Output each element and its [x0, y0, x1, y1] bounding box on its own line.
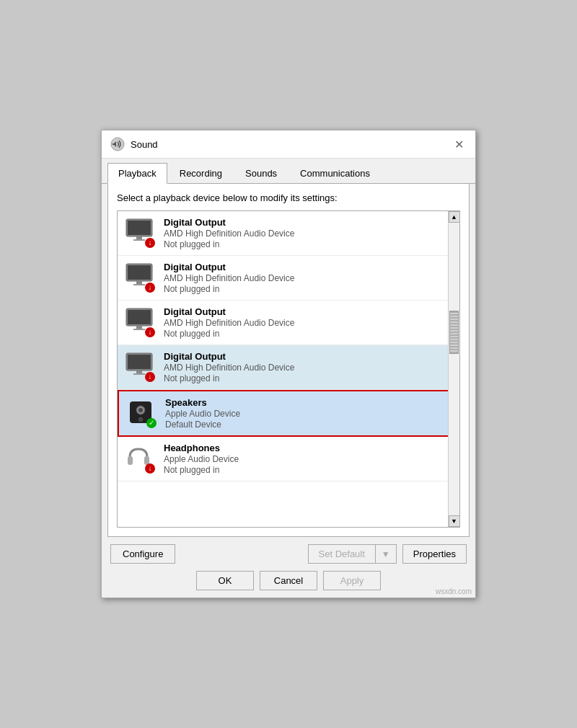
device-item-4[interactable]: ↓ Digital Output AMD High Definition Aud…: [118, 345, 459, 390]
device-icon-wrap-2: ↓: [125, 262, 157, 294]
svg-rect-3: [136, 236, 142, 239]
device-name-3: Digital Output: [164, 306, 445, 317]
device-sub2-headphones: Not plugged in: [164, 465, 445, 475]
device-sub1-2: AMD High Definition Audio Device: [164, 273, 445, 283]
svg-rect-12: [133, 329, 145, 330]
tab-recording[interactable]: Recording: [169, 163, 233, 183]
device-icon-wrap-4: ↓: [125, 352, 157, 383]
svg-rect-2: [128, 221, 151, 235]
device-icon-wrap-1: ↓: [125, 218, 157, 249]
watermark: wsxdn.com: [436, 587, 472, 595]
device-sub1-speakers: Apple Audio Device: [165, 409, 444, 419]
cancel-button[interactable]: Cancel: [260, 571, 317, 590]
title-bar: Sound ✕: [102, 130, 475, 159]
device-info-2: Digital Output AMD High Definition Audio…: [164, 262, 445, 294]
tab-playback[interactable]: Playback: [107, 163, 167, 184]
device-list-container: ↓ Digital Output AMD High Definition Aud…: [117, 210, 460, 528]
window-title: Sound: [131, 139, 158, 150]
badge-green-speakers: ✓: [146, 418, 157, 428]
device-sub2-1: Not plugged in: [164, 239, 445, 249]
tab-bar: Playback Recording Sounds Communications: [102, 159, 475, 184]
device-name-4: Digital Output: [164, 351, 445, 362]
device-name-headphones: Headphones: [164, 443, 445, 453]
title-bar-left: Sound: [110, 137, 158, 151]
svg-rect-22: [128, 456, 133, 465]
device-sub1-4: AMD High Definition Audio Device: [164, 363, 445, 373]
device-item-speakers[interactable]: ✓ Speakers Apple Audio Device Default De…: [118, 390, 459, 437]
device-sub2-3: Not plugged in: [164, 329, 445, 339]
badge-red-2: ↓: [145, 283, 155, 293]
instruction-text: Select a playback device below to modify…: [117, 192, 460, 203]
configure-button[interactable]: Configure: [110, 544, 175, 564]
svg-rect-16: [133, 373, 145, 375]
device-item-2[interactable]: ↓ Digital Output AMD High Definition Aud…: [118, 256, 459, 301]
scroll-thumb[interactable]: [449, 311, 459, 354]
device-sub2-2: Not plugged in: [164, 284, 445, 294]
device-info-4: Digital Output AMD High Definition Audio…: [164, 351, 445, 383]
svg-point-21: [140, 418, 142, 420]
properties-button[interactable]: Properties: [402, 544, 467, 564]
set-default-group: Set Default ▼: [308, 544, 397, 564]
sound-title-icon: [110, 137, 125, 151]
svg-rect-10: [128, 310, 151, 324]
badge-red-3: ↓: [145, 327, 155, 337]
close-button[interactable]: ✕: [451, 136, 467, 152]
badge-red-headphones: ↓: [145, 463, 155, 474]
device-icon-wrap-headphones: ↓: [125, 443, 157, 475]
badge-red-4: ↓: [145, 372, 155, 382]
svg-rect-8: [133, 284, 145, 285]
device-item-headphones[interactable]: ↓ Headphones Apple Audio Device Not plug…: [118, 437, 459, 481]
sound-dialog: Sound ✕ Playback Recording Sounds Commun…: [101, 130, 476, 598]
device-sub2-speakers: Default Device: [165, 420, 444, 430]
device-info-3: Digital Output AMD High Definition Audio…: [164, 306, 445, 339]
svg-point-19: [138, 408, 143, 412]
bottom-area: Configure Set Default ▼ Properties OK Ca…: [102, 537, 475, 598]
device-sub1-headphones: Apple Audio Device: [164, 454, 445, 464]
device-sub2-4: Not plugged in: [164, 373, 445, 383]
device-name-2: Digital Output: [164, 262, 445, 272]
device-name-speakers: Speakers: [165, 397, 444, 408]
set-default-dropdown[interactable]: ▼: [375, 544, 397, 564]
svg-rect-7: [136, 281, 142, 284]
tab-sounds[interactable]: Sounds: [234, 163, 288, 183]
set-default-button[interactable]: Set Default: [308, 544, 375, 564]
scrollbar: ▲ ▼: [448, 211, 459, 527]
device-name-1: Digital Output: [164, 217, 445, 228]
device-info-speakers: Speakers Apple Audio Device Default Devi…: [165, 397, 444, 430]
tab-content: Select a playback device below to modify…: [107, 184, 470, 537]
device-info-headphones: Headphones Apple Audio Device Not plugge…: [164, 443, 445, 475]
button-row-1: Configure Set Default ▼ Properties: [110, 544, 467, 564]
device-info-1: Digital Output AMD High Definition Audio…: [164, 217, 445, 249]
device-sub1-3: AMD High Definition Audio Device: [164, 318, 445, 328]
tab-communications[interactable]: Communications: [289, 163, 381, 183]
svg-rect-4: [133, 239, 145, 241]
scroll-thumb-area: [449, 223, 459, 515]
device-sub1-1: AMD High Definition Audio Device: [164, 228, 445, 239]
ok-button[interactable]: OK: [196, 571, 254, 590]
badge-red-1: ↓: [145, 238, 155, 248]
device-icon-wrap-3: ↓: [125, 307, 157, 339]
svg-rect-6: [128, 265, 151, 280]
scroll-down-arrow[interactable]: ▼: [449, 515, 460, 527]
svg-rect-14: [128, 355, 151, 369]
device-item-1[interactable]: ↓ Digital Output AMD High Definition Aud…: [118, 211, 459, 256]
device-list: ↓ Digital Output AMD High Definition Aud…: [118, 211, 459, 527]
apply-button[interactable]: Apply: [323, 571, 381, 590]
device-icon-wrap-speakers: ✓: [126, 398, 158, 430]
scroll-up-arrow[interactable]: ▲: [449, 211, 460, 223]
svg-rect-15: [136, 370, 142, 373]
svg-rect-11: [136, 326, 142, 329]
button-row-2: OK Cancel Apply: [110, 571, 467, 590]
device-item-3[interactable]: ↓ Digital Output AMD High Definition Aud…: [118, 301, 459, 345]
